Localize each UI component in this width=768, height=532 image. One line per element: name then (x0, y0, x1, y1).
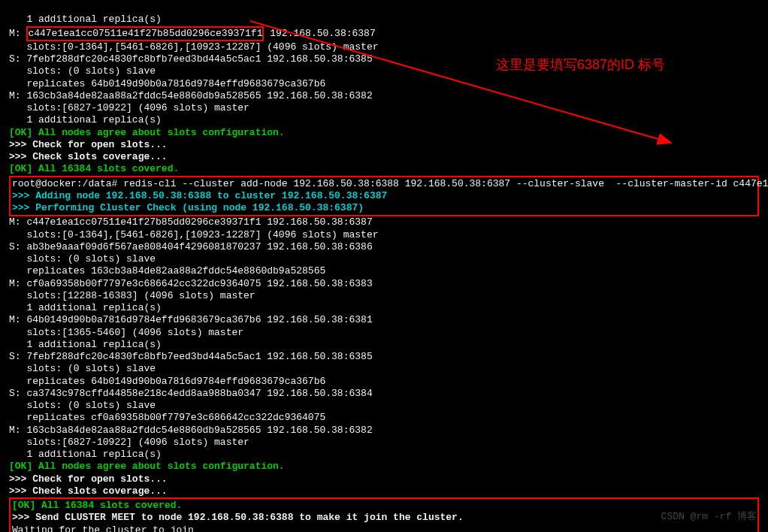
line: slots: (0 slots) slave (9, 253, 156, 264)
line: slots:[12288-16383] (4096 slots) master (9, 290, 255, 301)
line: slots: (0 slots) slave (9, 363, 156, 374)
prompt: root@docker:/data# (12, 178, 123, 189)
terminal-output: 1 additional replica(s) M: c447e1ea1cc07… (0, 0, 768, 532)
line: M: 163cb3a84de82aa88a2fddc54e8860db9a528… (9, 425, 373, 436)
line: 1 additional replica(s) (9, 14, 162, 25)
ok-line: [OK] All nodes agree about slots configu… (9, 127, 285, 138)
meet-line: >>> Send CLUSTER MEET to node 192.168.50… (12, 512, 464, 523)
line: M: c447e1ea1cc07511e41f27b85dd0296ce3937… (9, 28, 376, 39)
adding-line: >>> Adding node 192.168.50.38:6388 to cl… (12, 190, 387, 201)
ok-line: [OK] All 16384 slots covered. (12, 500, 182, 511)
line: slots: (0 slots) slave (9, 65, 156, 77)
line: slots:[0-1364],[5461-6826],[10923-12287]… (9, 41, 378, 53)
waiting-line: Waiting for the cluster to join (12, 524, 194, 533)
check-line: >>> Check for open slots... (9, 139, 168, 150)
line: replicates 64b0149d90b0a7816d9784effd968… (9, 376, 325, 387)
ok-line: [OK] All nodes agree about slots configu… (9, 461, 285, 472)
line: slots:[6827-10922] (4096 slots) master (9, 102, 249, 113)
performing-line: >>> Performing Cluster Check (using node… (12, 202, 364, 213)
command-text: redis-cli --cluster add-node 192.168.50.… (123, 178, 768, 189)
check-line: >>> Check slots coverage... (9, 485, 168, 497)
line: replicates 64b0149d90b0a7816d9784effd968… (9, 78, 325, 89)
line: 1 additional replica(s) (9, 114, 162, 125)
line: M: 64b0149d90b0a7816d9784effd9683679ca36… (9, 314, 373, 325)
line: M: 163cb3a84de82aa88a2fddc54e8860db9a528… (9, 90, 373, 101)
ok-line: [OK] All 16384 slots covered. (9, 163, 179, 174)
line: S: 7febf288dfc20c4830fc8bfb7eed3bd44a5c5… (9, 53, 373, 65)
check-line: >>> Check for open slots... (9, 473, 168, 485)
line: slots:[1365-5460] (4096 slots) master (9, 327, 243, 338)
line: slots:[0-1364],[5461-6826],[10923-12287]… (9, 229, 378, 240)
check-line: >>> Check slots coverage... (9, 151, 168, 162)
result-highlight-box: [OK] All 16384 slots covered. >>> Send C… (9, 497, 759, 532)
line: 1 additional replica(s) (9, 302, 162, 313)
line: M: c447e1ea1cc07511e41f27b85dd0296ce3937… (9, 216, 373, 228)
watermark: CSDN @rm -rf 博客 (661, 511, 757, 523)
annotation-text: 这里是要填写6387的ID 标号 (496, 56, 665, 74)
line: slots:[6827-10922] (4096 slots) master (9, 437, 249, 448)
line: S: ab3be9aaaf09d6f567ae808404f4296081870… (9, 241, 373, 252)
line: 1 additional replica(s) (9, 339, 162, 350)
line: 1 additional replica(s) (9, 449, 162, 460)
line: S: 7febf288dfc20c4830fc8bfb7eed3bd44a5c5… (9, 351, 373, 362)
line: replicates 163cb3a84de82aa88a2fddc54e886… (9, 265, 325, 277)
line: M: cf0a69358b00f7797e3c686642cc322dc9364… (9, 278, 373, 289)
line: slots: (0 slots) slave (9, 400, 156, 411)
line: S: ca3743c978cffd44858e218c4edd8aa988ba0… (9, 388, 373, 399)
line: replicates cf0a69358b00f7797e3c686642cc3… (9, 412, 325, 423)
command-highlight-box: root@docker:/data# redis-cli --cluster a… (9, 176, 759, 217)
highlighted-node-id: c447e1ea1cc07511e41f27b85dd0296ce39371f1 (26, 26, 264, 41)
